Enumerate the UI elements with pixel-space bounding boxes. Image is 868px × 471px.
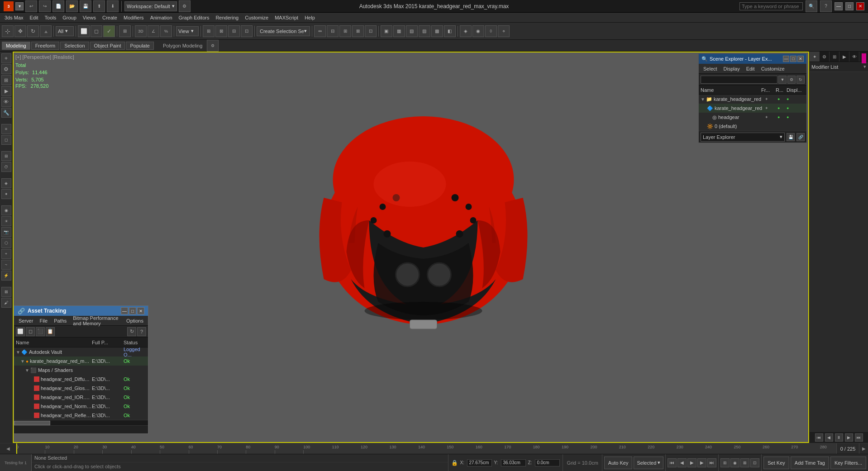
se-minimize-btn[interactable]: — [783, 56, 789, 62]
render2-btn[interactable]: ▦ [393, 25, 405, 37]
selected-dropdown[interactable]: Selected ▾ [634, 457, 663, 469]
se-menu-display[interactable]: Display [721, 65, 743, 72]
tab-selection[interactable]: Selection [60, 42, 89, 50]
view-dropdown[interactable]: View ▾ [176, 26, 199, 36]
tab-freeform[interactable]: Freeform [31, 42, 60, 50]
rp-btn3[interactable]: ⏸ [835, 433, 843, 442]
rp-btn1[interactable]: ⏮ [815, 433, 823, 442]
menu-rendering[interactable]: Rendering [213, 14, 241, 21]
create-icon[interactable]: + [1, 53, 11, 63]
se-save-btn[interactable]: 💾 [787, 133, 795, 141]
tab-object-paint[interactable]: Object Paint [90, 42, 125, 50]
time-btn2[interactable]: ◉ [730, 458, 739, 467]
next-frame-btn[interactable]: ⏭ [707, 458, 716, 467]
redo-btn[interactable]: ↪ [39, 0, 51, 12]
se-filter-btn[interactable]: ▼ [778, 76, 787, 84]
menu-animation[interactable]: Animation [148, 14, 175, 21]
snap-angle-btn[interactable]: ∠ [148, 25, 159, 37]
at-minimize-btn[interactable]: — [121, 307, 128, 314]
sel-crossing-btn[interactable]: ✓ [103, 25, 115, 37]
open-btn[interactable]: 📂 [66, 0, 78, 12]
close-btn[interactable]: ✕ [856, 2, 864, 10]
align4-btn[interactable]: ⊡ [365, 25, 377, 37]
at-row-vault[interactable]: ▼ 🔷 Autodesk Vault Logged O... [14, 347, 148, 357]
at-menu-options[interactable]: Options [124, 317, 146, 324]
render5-btn[interactable]: ▩ [431, 25, 443, 37]
se-link-btn[interactable]: 🔗 [796, 133, 805, 141]
add-time-tag-btn[interactable]: Add Time Tag [791, 457, 829, 469]
at-row-ior[interactable]: headgear_red_IOR.png E:\3D\... Ok [14, 393, 148, 402]
maxscript-indicator[interactable]: Testing for 1 [0, 454, 32, 471]
geo-icon[interactable]: ⬡ [1, 238, 11, 248]
scale-btn[interactable]: ⟁ [40, 25, 52, 37]
menu-maxscript[interactable]: MAXScript [272, 14, 301, 21]
create-selection-set-btn[interactable]: Create Selection Se ▾ [257, 26, 310, 36]
menu-tools[interactable]: Tools [42, 14, 59, 21]
menu-create[interactable]: Create [100, 14, 120, 21]
se-row-3[interactable]: 🔆 0 (default) [699, 122, 806, 131]
utilities-icon[interactable]: 🔧 [1, 108, 11, 118]
polygon-settings-btn[interactable]: ⚙ [207, 40, 219, 52]
workspace-dropdown[interactable]: Workspace: Default ▾ [124, 1, 177, 11]
align2-btn[interactable]: ⊞ [339, 25, 351, 37]
edit2-btn[interactable]: ⊠ [215, 25, 227, 37]
se-close-btn[interactable]: ✕ [797, 56, 804, 62]
at-row-reflect[interactable]: headgear_red_Reflection.png E:\3D\... Ok [14, 411, 148, 420]
timeline-playhead[interactable] [16, 443, 17, 454]
at-menu-bitmap[interactable]: Bitmap Performance and Memory [70, 314, 123, 327]
at-row-normal[interactable]: headgear_red_Normal.png E:\3D\... Ok [14, 402, 148, 411]
unwrap-icon[interactable]: ⊠ [1, 287, 11, 297]
mirror-btn[interactable]: ⇔ [314, 25, 326, 37]
timeline-track[interactable]: 0 10 20 30 40 50 60 70 80 90 100 110 120 [16, 443, 836, 454]
z-value[interactable]: 0.0cm [535, 459, 560, 466]
snap3d-btn[interactable]: 3D [135, 25, 147, 37]
se-maximize-btn[interactable]: □ [790, 56, 796, 62]
render7-btn[interactable]: ◈ [460, 25, 472, 37]
undo-btn[interactable]: ↩ [25, 0, 37, 12]
at-row-maps[interactable]: ▼ ⬛ Maps / Shaders [14, 366, 148, 375]
align-btn[interactable]: ⊟ [327, 25, 339, 37]
render9-btn[interactable]: ◊ [485, 25, 497, 37]
layer-icon[interactable]: ≡ [1, 124, 11, 134]
prev-frame-btn[interactable]: ⏮ [668, 458, 677, 467]
time-btn1[interactable]: ⊞ [720, 458, 730, 467]
render8-btn[interactable]: ◉ [472, 25, 484, 37]
at-scrollbar-thumb[interactable] [14, 421, 50, 425]
se-menu-customize[interactable]: Customize [758, 65, 787, 72]
light-icon[interactable]: ☀ [1, 216, 11, 226]
move-btn[interactable]: ✥ [14, 25, 26, 37]
rp-tab3[interactable]: ⊞ [830, 52, 839, 62]
edit3-btn[interactable]: ⊟ [228, 25, 240, 37]
menu-group[interactable]: Group [60, 14, 79, 21]
se-row-0[interactable]: ▼ 📁 karate_headgear_red ✦ ● ● [699, 95, 806, 104]
layer-explorer-dropdown[interactable]: Layer Explorer ▾ [701, 133, 785, 142]
time-btn4[interactable]: ⊡ [750, 458, 759, 467]
save-btn[interactable]: 💾 [80, 0, 91, 12]
menu-modifiers[interactable]: Modifiers [121, 14, 147, 21]
rotate-btn[interactable]: ↻ [27, 25, 39, 37]
app-icon[interactable]: 3 [4, 1, 14, 11]
render4-btn[interactable]: ▨ [419, 25, 430, 37]
snap-percent-btn[interactable]: % [160, 25, 172, 37]
sel-region-btn[interactable]: ⬜ [78, 25, 90, 37]
at-maximize-btn[interactable]: □ [129, 307, 136, 314]
rp-tab2[interactable]: ⚙ [820, 52, 830, 62]
system-icon[interactable]: ⚡ [1, 271, 11, 281]
edit4-btn[interactable]: ⊡ [241, 25, 253, 37]
import-btn[interactable]: ⬆ [93, 0, 105, 12]
at-scrollbar[interactable] [14, 420, 148, 425]
effect-icon[interactable]: ✦ [1, 189, 11, 199]
helper-icon[interactable]: + [1, 249, 11, 259]
at-btn4[interactable]: 📋 [46, 327, 55, 336]
search-input[interactable] [739, 2, 803, 10]
at-help-btn[interactable]: ? [137, 327, 146, 336]
rp-tab1[interactable]: ✦ [810, 52, 820, 62]
help-btn[interactable]: ? [820, 0, 832, 12]
se-titlebar[interactable]: 🔍 Scene Explorer - Layer Ex... — □ ✕ [699, 54, 806, 64]
at-menu-file[interactable]: File [37, 317, 50, 324]
edit1-btn[interactable]: ⊞ [203, 25, 215, 37]
se-search-input[interactable] [701, 76, 777, 84]
camera-icon[interactable]: 📷 [1, 227, 11, 237]
menu-edit[interactable]: Edit [27, 14, 41, 21]
rp-tab5[interactable]: 👁 [849, 52, 859, 62]
